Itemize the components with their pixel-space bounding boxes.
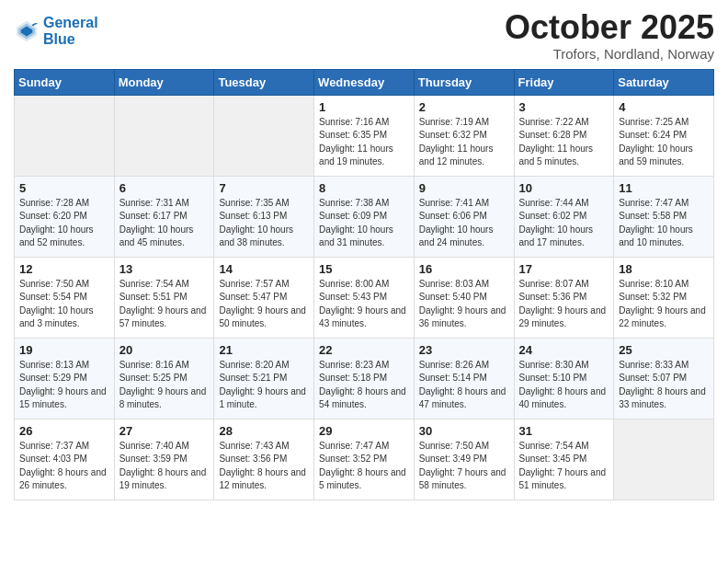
calendar-cell: 24Sunrise: 8:30 AM Sunset: 5:10 PM Dayli… [514, 338, 614, 419]
day-number: 8 [319, 181, 409, 195]
col-monday: Monday [114, 69, 214, 95]
day-number: 1 [319, 100, 409, 114]
day-number: 20 [119, 343, 210, 357]
calendar-week-row: 19Sunrise: 8:13 AM Sunset: 5:29 PM Dayli… [15, 338, 714, 419]
day-info: Sunrise: 8:13 AM Sunset: 5:29 PM Dayligh… [19, 359, 109, 412]
day-info: Sunrise: 7:50 AM Sunset: 3:49 PM Dayligh… [419, 440, 509, 493]
day-number: 30 [419, 424, 509, 438]
day-number: 17 [519, 262, 609, 276]
day-info: Sunrise: 7:40 AM Sunset: 3:59 PM Dayligh… [119, 440, 210, 493]
logo-icon [14, 18, 40, 44]
calendar-cell: 17Sunrise: 8:07 AM Sunset: 5:36 PM Dayli… [514, 257, 614, 338]
calendar-cell: 29Sunrise: 7:47 AM Sunset: 3:52 PM Dayli… [314, 419, 415, 500]
calendar-cell: 5Sunrise: 7:28 AM Sunset: 6:20 PM Daylig… [15, 176, 115, 257]
calendar-cell: 28Sunrise: 7:43 AM Sunset: 3:56 PM Dayli… [214, 419, 314, 500]
day-number: 11 [619, 181, 709, 195]
col-saturday: Saturday [614, 69, 714, 95]
day-info: Sunrise: 7:41 AM Sunset: 6:06 PM Dayligh… [419, 197, 509, 250]
day-number: 13 [119, 262, 210, 276]
day-number: 31 [519, 424, 609, 438]
calendar-cell: 7Sunrise: 7:35 AM Sunset: 6:13 PM Daylig… [214, 176, 314, 257]
col-tuesday: Tuesday [214, 69, 314, 95]
day-number: 15 [319, 262, 409, 276]
day-number: 18 [619, 262, 709, 276]
day-number: 2 [419, 100, 509, 114]
day-info: Sunrise: 8:33 AM Sunset: 5:07 PM Dayligh… [619, 359, 709, 412]
calendar-cell: 8Sunrise: 7:38 AM Sunset: 6:09 PM Daylig… [314, 176, 415, 257]
day-info: Sunrise: 7:38 AM Sunset: 6:09 PM Dayligh… [319, 197, 409, 250]
calendar-cell: 27Sunrise: 7:40 AM Sunset: 3:59 PM Dayli… [114, 419, 214, 500]
day-info: Sunrise: 7:28 AM Sunset: 6:20 PM Dayligh… [19, 197, 109, 250]
day-number: 10 [519, 181, 609, 195]
day-number: 27 [119, 424, 210, 438]
calendar-cell: 3Sunrise: 7:22 AM Sunset: 6:28 PM Daylig… [514, 95, 614, 176]
calendar-cell: 9Sunrise: 7:41 AM Sunset: 6:06 PM Daylig… [414, 176, 514, 257]
day-number: 26 [19, 424, 109, 438]
calendar-week-row: 5Sunrise: 7:28 AM Sunset: 6:20 PM Daylig… [15, 176, 714, 257]
day-number: 7 [219, 181, 309, 195]
day-info: Sunrise: 7:50 AM Sunset: 5:54 PM Dayligh… [19, 278, 109, 331]
calendar-week-row: 26Sunrise: 7:37 AM Sunset: 4:03 PM Dayli… [15, 419, 714, 500]
calendar-cell: 26Sunrise: 7:37 AM Sunset: 4:03 PM Dayli… [15, 419, 115, 500]
day-info: Sunrise: 8:00 AM Sunset: 5:43 PM Dayligh… [319, 278, 409, 331]
day-info: Sunrise: 7:44 AM Sunset: 6:02 PM Dayligh… [519, 197, 609, 250]
day-info: Sunrise: 7:22 AM Sunset: 6:28 PM Dayligh… [519, 116, 609, 169]
day-info: Sunrise: 7:31 AM Sunset: 6:17 PM Dayligh… [119, 197, 210, 250]
page-header: General Blue October 2025 Trofors, Nordl… [14, 9, 714, 62]
calendar-cell: 21Sunrise: 8:20 AM Sunset: 5:21 PM Dayli… [214, 338, 314, 419]
day-info: Sunrise: 7:54 AM Sunset: 5:51 PM Dayligh… [119, 278, 210, 331]
calendar-cell: 18Sunrise: 8:10 AM Sunset: 5:32 PM Dayli… [614, 257, 714, 338]
calendar-cell [214, 95, 314, 176]
calendar-cell: 19Sunrise: 8:13 AM Sunset: 5:29 PM Dayli… [15, 338, 115, 419]
calendar-header-row: Sunday Monday Tuesday Wednesday Thursday… [15, 69, 714, 95]
col-sunday: Sunday [15, 69, 115, 95]
calendar-cell: 16Sunrise: 8:03 AM Sunset: 5:40 PM Dayli… [414, 257, 514, 338]
day-number: 9 [419, 181, 509, 195]
day-info: Sunrise: 8:10 AM Sunset: 5:32 PM Dayligh… [619, 278, 709, 331]
calendar-cell: 1Sunrise: 7:16 AM Sunset: 6:35 PM Daylig… [314, 95, 415, 176]
day-number: 16 [419, 262, 509, 276]
day-info: Sunrise: 8:20 AM Sunset: 5:21 PM Dayligh… [219, 359, 309, 412]
day-number: 19 [19, 343, 109, 357]
day-number: 6 [119, 181, 210, 195]
month-title: October 2025 [505, 9, 714, 46]
day-info: Sunrise: 8:07 AM Sunset: 5:36 PM Dayligh… [519, 278, 609, 331]
day-info: Sunrise: 7:54 AM Sunset: 3:45 PM Dayligh… [519, 440, 609, 493]
calendar-cell: 14Sunrise: 7:57 AM Sunset: 5:47 PM Dayli… [214, 257, 314, 338]
calendar-cell [15, 95, 115, 176]
day-number: 25 [619, 343, 709, 357]
day-info: Sunrise: 7:47 AM Sunset: 5:58 PM Dayligh… [619, 197, 709, 250]
day-number: 3 [519, 100, 609, 114]
calendar-body: 1Sunrise: 7:16 AM Sunset: 6:35 PM Daylig… [15, 95, 714, 500]
day-number: 4 [619, 100, 709, 114]
calendar-cell: 11Sunrise: 7:47 AM Sunset: 5:58 PM Dayli… [614, 176, 714, 257]
day-info: Sunrise: 8:23 AM Sunset: 5:18 PM Dayligh… [319, 359, 409, 412]
calendar-week-row: 1Sunrise: 7:16 AM Sunset: 6:35 PM Daylig… [15, 95, 714, 176]
calendar-cell: 12Sunrise: 7:50 AM Sunset: 5:54 PM Dayli… [15, 257, 115, 338]
day-number: 29 [319, 424, 409, 438]
logo: General Blue [14, 15, 98, 47]
calendar-cell: 31Sunrise: 7:54 AM Sunset: 3:45 PM Dayli… [514, 419, 614, 500]
title-block: October 2025 Trofors, Nordland, Norway [505, 9, 714, 62]
day-info: Sunrise: 8:03 AM Sunset: 5:40 PM Dayligh… [419, 278, 509, 331]
day-info: Sunrise: 7:25 AM Sunset: 6:24 PM Dayligh… [619, 116, 709, 169]
calendar-cell: 22Sunrise: 8:23 AM Sunset: 5:18 PM Dayli… [314, 338, 415, 419]
col-thursday: Thursday [414, 69, 514, 95]
location: Trofors, Nordland, Norway [505, 46, 714, 62]
calendar-cell [114, 95, 214, 176]
day-number: 12 [19, 262, 109, 276]
logo-text: General Blue [43, 15, 98, 47]
calendar-week-row: 12Sunrise: 7:50 AM Sunset: 5:54 PM Dayli… [15, 257, 714, 338]
calendar-cell: 6Sunrise: 7:31 AM Sunset: 6:17 PM Daylig… [114, 176, 214, 257]
day-info: Sunrise: 7:35 AM Sunset: 6:13 PM Dayligh… [219, 197, 309, 250]
day-info: Sunrise: 7:47 AM Sunset: 3:52 PM Dayligh… [319, 440, 409, 493]
day-info: Sunrise: 7:16 AM Sunset: 6:35 PM Dayligh… [319, 116, 409, 169]
calendar-cell: 10Sunrise: 7:44 AM Sunset: 6:02 PM Dayli… [514, 176, 614, 257]
col-friday: Friday [514, 69, 614, 95]
day-info: Sunrise: 7:57 AM Sunset: 5:47 PM Dayligh… [219, 278, 309, 331]
day-number: 23 [419, 343, 509, 357]
day-info: Sunrise: 8:26 AM Sunset: 5:14 PM Dayligh… [419, 359, 509, 412]
day-info: Sunrise: 8:16 AM Sunset: 5:25 PM Dayligh… [119, 359, 210, 412]
day-info: Sunrise: 7:43 AM Sunset: 3:56 PM Dayligh… [219, 440, 309, 493]
day-number: 22 [319, 343, 409, 357]
